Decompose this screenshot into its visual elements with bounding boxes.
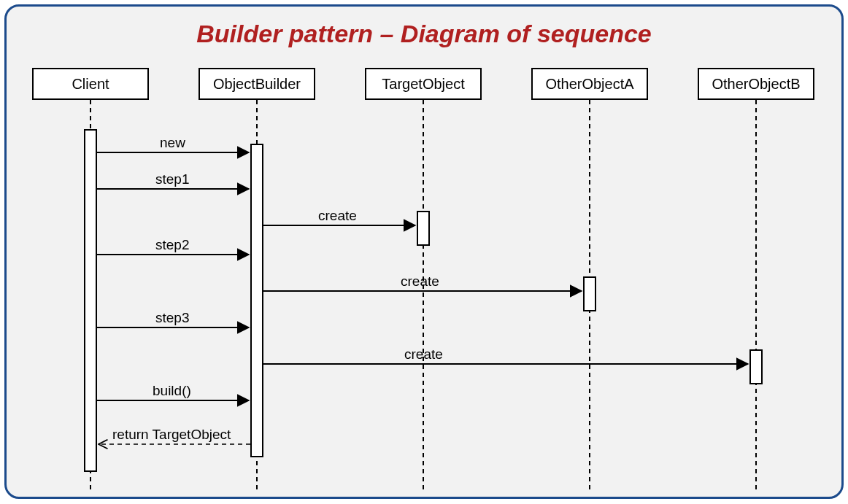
activation-target xyxy=(417,211,430,246)
activation-builder xyxy=(250,144,263,457)
msg-step2: step2 xyxy=(155,237,189,253)
msg-new: new xyxy=(160,135,185,151)
participant-builder: ObjectBuilder xyxy=(198,68,315,100)
activation-other-b xyxy=(749,349,763,384)
participant-other-a: OtherObjectA xyxy=(531,68,648,100)
msg-step1: step1 xyxy=(155,171,189,187)
activation-client xyxy=(84,129,97,472)
msg-create3: create xyxy=(404,346,443,363)
msg-create1: create xyxy=(318,208,357,224)
participant-target: TargetObject xyxy=(365,68,482,100)
participant-other-b: OtherObjectB xyxy=(698,68,814,100)
msg-build: build() xyxy=(153,383,191,399)
activation-other-a xyxy=(583,276,596,311)
msg-step3: step3 xyxy=(155,310,189,326)
msg-return: return TargetObject xyxy=(112,427,231,443)
msg-create2: create xyxy=(401,274,439,290)
diagram-canvas: Client ObjectBuilder TargetObject OtherO… xyxy=(7,7,841,497)
participant-client: Client xyxy=(32,68,149,100)
diagram-frame: Builder pattern – Diagram of sequence xyxy=(4,4,844,499)
